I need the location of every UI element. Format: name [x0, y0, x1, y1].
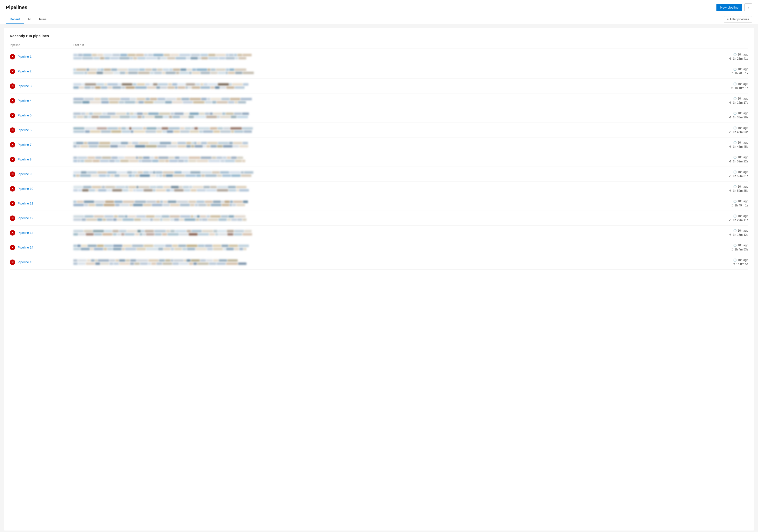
- run-segment: [185, 127, 191, 130]
- pipeline-name-link[interactable]: Pipeline 4: [17, 99, 32, 102]
- run-segment: [138, 72, 150, 74]
- run-segment: [122, 218, 134, 221]
- run-segment: [211, 86, 215, 89]
- run-segment: [162, 215, 169, 218]
- run-bar-line-2: [73, 263, 699, 265]
- run-segment: [229, 54, 233, 56]
- run-segment: [134, 263, 140, 265]
- pipeline-name-link[interactable]: Pipeline 6: [17, 128, 32, 132]
- filter-button[interactable]: ≡ Filter pipelines: [724, 16, 752, 22]
- run-segment: [231, 174, 241, 177]
- pipeline-name-link[interactable]: Pipeline 10: [17, 187, 33, 191]
- duration: 1h 23m 41s: [733, 57, 748, 60]
- pipeline-name-link[interactable]: Pipeline 5: [17, 114, 32, 117]
- tab-recent[interactable]: Recent: [6, 15, 24, 24]
- run-segment: [73, 186, 83, 188]
- run-segment: [146, 98, 150, 100]
- pipeline-name-link[interactable]: Pipeline 12: [17, 216, 33, 220]
- run-segment: [177, 200, 188, 203]
- run-segment: [180, 157, 188, 159]
- run-segment: [172, 83, 177, 86]
- pipeline-name-link[interactable]: Pipeline 11: [17, 201, 33, 205]
- run-segment: [79, 86, 84, 89]
- tab-all[interactable]: All: [24, 15, 35, 24]
- run-segment: [226, 263, 238, 265]
- run-segment: [211, 72, 217, 74]
- run-segment: [158, 83, 168, 86]
- run-segment: [196, 218, 199, 221]
- run-segment: [93, 230, 104, 232]
- run-segment: [200, 54, 208, 56]
- run-segment: [176, 57, 186, 59]
- run-segment: [96, 204, 103, 206]
- run-segment: [134, 130, 145, 133]
- time-ago: 10h ago: [738, 112, 748, 115]
- run-segment: [121, 127, 126, 130]
- run-segment: [76, 174, 80, 177]
- pipeline-name-link[interactable]: Pipeline 2: [17, 69, 32, 73]
- more-options-button[interactable]: ⋮: [744, 3, 752, 11]
- pipeline-name-cell: ✕Pipeline 6: [10, 127, 73, 133]
- run-segment: [231, 157, 237, 159]
- pipeline-name-link[interactable]: Pipeline 15: [17, 260, 33, 264]
- run-segment: [173, 263, 179, 265]
- run-segment: [178, 160, 184, 162]
- run-segment: [143, 127, 146, 130]
- run-segment: [84, 230, 92, 232]
- run-segment: [197, 263, 209, 265]
- run-segment: [130, 113, 133, 115]
- run-segment: [180, 218, 184, 221]
- pipeline-name-link[interactable]: Pipeline 3: [17, 84, 32, 88]
- pipeline-name-link[interactable]: Pipeline 9: [17, 172, 32, 176]
- run-segment: [178, 142, 186, 144]
- run-segment: [196, 174, 201, 177]
- clock-icon: 🕐: [733, 200, 737, 203]
- pipeline-name-link[interactable]: Pipeline 14: [17, 246, 33, 249]
- pipeline-name-link[interactable]: Pipeline 8: [17, 158, 32, 161]
- new-pipeline-button[interactable]: New pipeline: [716, 4, 742, 11]
- pipeline-name-link[interactable]: Pipeline 7: [17, 143, 32, 147]
- run-segment: [87, 72, 96, 74]
- run-segment: [234, 113, 242, 115]
- table-header: Pipeline Last run: [10, 42, 748, 49]
- run-segment: [107, 248, 113, 250]
- run-segment: [139, 142, 149, 144]
- run-segment: [138, 171, 143, 174]
- run-segment: [179, 233, 188, 235]
- run-segment: [88, 204, 95, 206]
- pipeline-name-link[interactable]: Pipeline 1: [17, 55, 32, 58]
- run-bar-line-1: [73, 215, 699, 218]
- time-cell: 🕐10h ago⏱1h 52m 35s: [699, 185, 748, 193]
- run-segment: [196, 200, 204, 203]
- last-run-cell: [73, 215, 699, 221]
- run-segment: [212, 101, 216, 103]
- run-segment: [97, 127, 107, 130]
- run-segment: [186, 142, 191, 144]
- run-segment: [145, 230, 154, 232]
- run-segment: [235, 160, 242, 162]
- run-segment: [142, 116, 145, 118]
- run-segment: [192, 68, 196, 71]
- run-segment: [171, 259, 173, 262]
- pipeline-name-link[interactable]: Pipeline 13: [17, 231, 33, 234]
- duration-icon: ⏱: [731, 72, 734, 75]
- run-segment: [119, 101, 124, 103]
- duration-row: ⏱1h 46m 45s: [729, 145, 748, 149]
- run-segment: [166, 98, 176, 100]
- run-segment: [144, 189, 153, 192]
- run-segment: [201, 57, 208, 59]
- run-segment: [77, 200, 84, 203]
- tab-runs[interactable]: Runs: [35, 15, 51, 24]
- run-segment: [138, 101, 144, 103]
- duration-icon: ⏱: [731, 87, 734, 89]
- run-segment: [218, 127, 223, 130]
- run-segment: [213, 245, 221, 247]
- run-segment: [210, 113, 213, 115]
- run-segment: [148, 263, 151, 265]
- section-title: Recently run pipelines: [10, 34, 748, 38]
- run-segment: [88, 116, 91, 118]
- run-segment: [102, 233, 113, 235]
- run-segment: [82, 83, 85, 86]
- run-segment: [208, 54, 216, 56]
- run-segment: [226, 57, 235, 59]
